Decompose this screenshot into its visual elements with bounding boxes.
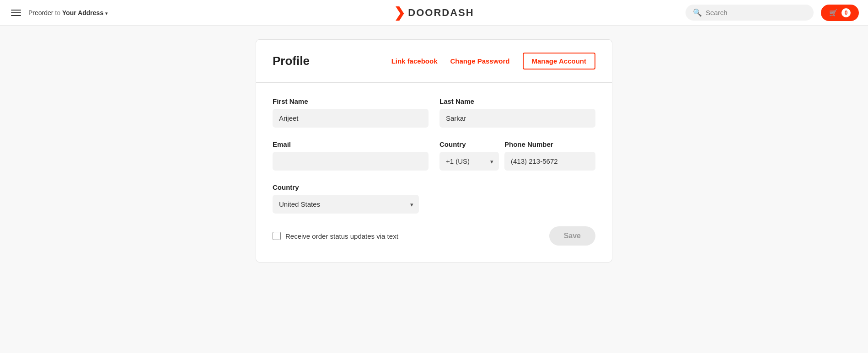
address-label: Your Address [62,9,103,16]
search-input[interactable] [706,9,806,16]
doordash-chevron-icon: ❯ [394,5,405,21]
name-row: First Name Last Name [273,97,595,128]
last-name-input[interactable] [439,109,595,128]
link-facebook-button[interactable]: Link facebook [391,57,438,65]
first-name-group: First Name [273,97,429,128]
menu-button[interactable] [9,8,23,18]
country-select[interactable]: United States Canada United Kingdom Aust… [273,195,419,214]
preorder-address[interactable]: Preorder to Your Address ▾ [28,9,108,16]
phone-input[interactable] [504,152,595,171]
profile-card: Profile Link facebook Change Password Ma… [256,39,612,262]
email-label: Email [273,140,429,148]
preorder-label: Preorder [28,9,53,16]
manage-account-button[interactable]: Manage Account [523,53,595,70]
save-button[interactable]: Save [549,226,595,246]
header-right: 🔍 🛒 0 [686,5,859,21]
profile-header: Profile Link facebook Change Password Ma… [256,40,612,83]
search-icon: 🔍 [693,8,702,17]
cart-button[interactable]: 🛒 0 [821,5,859,21]
logo-text: DOORDASH [408,7,474,19]
country-label: Country [273,183,595,191]
country-code-select-wrapper: +1 (US) +1 (CA) +44 (UK) +61 (AU) ▾ [439,152,499,171]
country-group: Country United States Canada United King… [273,183,595,214]
contact-row: Email Country +1 (US) +1 (CA) +44 (UK) +… [273,140,595,171]
country-code-select[interactable]: +1 (US) +1 (CA) +44 (UK) +61 (AU) [439,152,499,171]
sms-updates-label[interactable]: Receive order status updates via text [273,232,398,240]
first-name-input[interactable] [273,109,429,128]
email-group: Email [273,140,429,171]
sms-updates-checkbox[interactable] [273,232,281,240]
cart-icon: 🛒 [829,9,838,17]
footer-row: Receive order status updates via text Sa… [273,226,595,246]
search-bar[interactable]: 🔍 [686,5,814,21]
country-select-wrapper: United States Canada United Kingdom Aust… [273,195,419,214]
profile-header-actions: Link facebook Change Password Manage Acc… [391,53,595,70]
header: Preorder to Your Address ▾ ❯ DOORDASH 🔍 … [0,0,868,26]
change-password-button[interactable]: Change Password [450,57,509,65]
country-code-group: Country +1 (US) +1 (CA) +44 (UK) +61 (AU… [439,140,499,171]
sms-updates-text: Receive order status updates via text [285,232,398,240]
country-code-label: Country [439,140,499,148]
page-title: Profile [273,54,380,68]
last-name-label: Last Name [439,97,595,105]
country-row: Country United States Canada United King… [273,183,595,214]
phone-number-group: Phone Number [504,140,595,171]
header-left: Preorder to Your Address ▾ [9,8,108,18]
profile-form: First Name Last Name Email Country [256,83,612,262]
header-logo[interactable]: ❯ DOORDASH [394,5,474,21]
first-name-label: First Name [273,97,429,105]
chevron-down-icon: ▾ [105,11,108,16]
phone-label: Phone Number [504,140,595,148]
email-input[interactable] [273,152,429,171]
last-name-group: Last Name [439,97,595,128]
cart-count: 0 [841,8,851,17]
main-content: Profile Link facebook Change Password Ma… [0,26,868,276]
to-label: to [55,9,60,16]
phone-section: Country +1 (US) +1 (CA) +44 (UK) +61 (AU… [439,140,595,171]
